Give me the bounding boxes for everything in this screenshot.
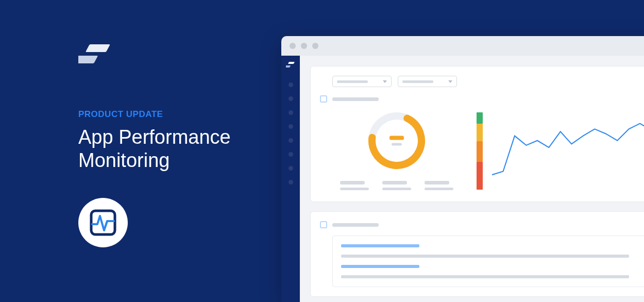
traffic-light-close-icon — [290, 43, 296, 49]
sidebar-item[interactable] — [289, 96, 293, 101]
dropdown-value-placeholder — [337, 80, 368, 83]
stat-item — [382, 181, 411, 190]
list-item — [341, 275, 629, 278]
hero-panel: PRODUCT UPDATE App Performance Monitorin… — [78, 42, 274, 247]
brand-logo — [78, 42, 274, 68]
card-title-placeholder — [332, 223, 379, 227]
sidebar-item[interactable] — [289, 138, 293, 143]
feature-icon-badge — [78, 198, 128, 247]
app-content — [300, 56, 644, 302]
sidebar-item[interactable] — [289, 166, 293, 171]
app-frame — [281, 56, 644, 302]
sidebar-item[interactable] — [289, 124, 293, 129]
dropdown-value-placeholder — [402, 80, 433, 83]
browser-window — [281, 36, 644, 302]
svg-rect-0 — [86, 44, 110, 52]
browser-title-bar — [281, 36, 644, 56]
sidebar-item[interactable] — [289, 180, 293, 184]
traffic-light-max-icon — [312, 43, 318, 49]
list-item — [341, 255, 629, 258]
stat-item — [340, 181, 369, 190]
card-title-placeholder — [332, 97, 379, 101]
checkbox-icon[interactable] — [320, 221, 327, 228]
chart-y-axis-bands — [477, 112, 483, 190]
svg-rect-3 — [288, 62, 295, 64]
donut-chart-block — [332, 110, 461, 192]
chevron-down-icon — [383, 80, 387, 83]
chevron-down-icon — [448, 80, 452, 83]
donut-center-value — [389, 136, 404, 146]
metrics-card — [310, 66, 644, 202]
hero-title: App Performance Monitoring — [78, 126, 274, 172]
checkbox-icon[interactable] — [320, 95, 327, 103]
sidebar-item[interactable] — [289, 82, 293, 87]
detail-list — [332, 236, 644, 287]
band-orange — [477, 141, 483, 162]
eyebrow-label: PRODUCT UPDATE — [78, 109, 274, 120]
stat-item — [425, 181, 453, 190]
svg-rect-4 — [286, 65, 291, 68]
list-item — [341, 244, 419, 247]
band-red — [477, 162, 483, 190]
details-card — [310, 211, 644, 297]
app-sidebar — [281, 56, 300, 302]
filter-dropdown[interactable] — [332, 76, 392, 87]
band-yellow — [477, 124, 483, 141]
list-item — [341, 265, 419, 268]
sidebar-item[interactable] — [289, 152, 293, 157]
band-green — [477, 112, 483, 124]
line-chart — [492, 110, 644, 178]
traffic-light-min-icon — [301, 43, 307, 49]
sidebar-logo-icon — [286, 61, 295, 70]
line-chart-block — [477, 110, 644, 192]
stat-summary-row — [332, 181, 461, 190]
svg-rect-1 — [78, 56, 98, 63]
filter-dropdown[interactable] — [398, 76, 457, 87]
sidebar-item[interactable] — [289, 110, 293, 115]
svg-rect-2 — [91, 211, 115, 234]
heartbeat-icon — [89, 209, 117, 237]
